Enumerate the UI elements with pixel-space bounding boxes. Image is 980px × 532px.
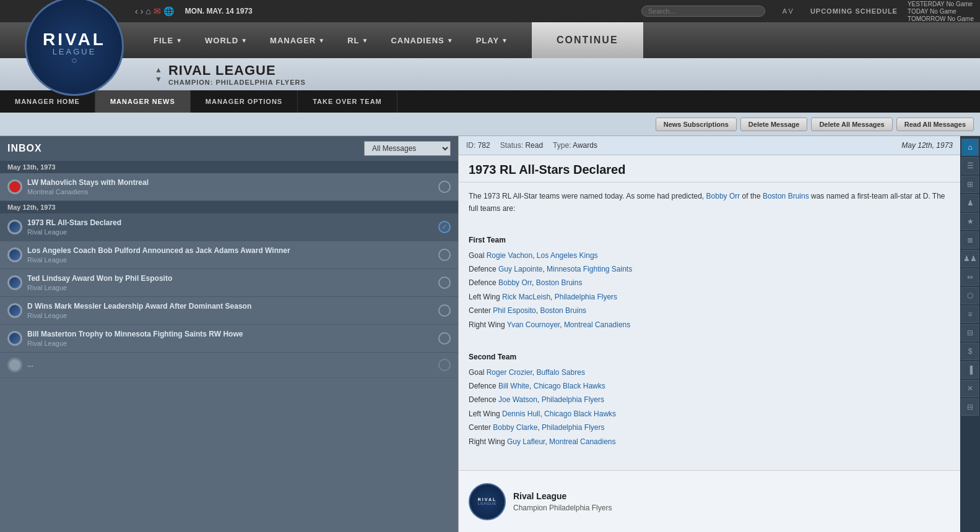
sidebar-person-icon[interactable]: ♟ [961, 194, 979, 212]
msg-check[interactable] [438, 304, 451, 317]
msg-check-selected[interactable] [438, 221, 451, 233]
nav-play[interactable]: PLAY ▼ [465, 22, 519, 58]
msg-title: 1973 RL All-Stars Declared [27, 218, 433, 227]
sidebar-stats-icon[interactable]: ≡ [961, 306, 979, 323]
nav-file[interactable]: FILE ▼ [142, 22, 194, 58]
nav-canadiens[interactable]: CANADIENS ▼ [379, 22, 464, 58]
file-arrow: ▼ [176, 37, 183, 44]
mail-icon-top[interactable]: ✉ [154, 6, 161, 16]
sidebar-list-icon[interactable]: ☰ [961, 157, 979, 174]
subnav-manager-news[interactable]: MANAGER NEWS [95, 90, 191, 113]
bottom-champion: Champion Philadelphia Flyers [513, 504, 612, 512]
sidebar-league-icon[interactable]: ⬡ [961, 287, 979, 304]
search-input[interactable] [641, 6, 765, 17]
st-player-2: Defence Bill White, Chicago Black Hawks [469, 380, 950, 392]
continue-button[interactable]: CONTINUE [532, 22, 643, 58]
msg-content: D Wins Mark Messler Leadership Award Aft… [27, 302, 433, 319]
sidebar-trophy-icon[interactable]: ★ [961, 213, 979, 230]
content-area: INBOX All Messages Unread League News Aw… [0, 136, 980, 532]
league-arrows[interactable]: ▲ ▼ [155, 66, 162, 84]
today-schedule: TODAY No Game [908, 8, 974, 15]
bottom-league-info: Rival League Champion Philadelphia Flyer… [513, 491, 612, 512]
upcoming-schedule-label: UPCOMING SCHEDULE [810, 7, 898, 15]
msg-league-icon-3 [7, 275, 22, 290]
msg-league-icon-2 [7, 247, 22, 262]
detail-date: May 12th, 1973 [901, 141, 953, 150]
msg-subtitle: Rival League [27, 256, 433, 264]
msg-subtitle: Rival League [27, 340, 433, 347]
sidebar-bar-chart-icon[interactable]: ▐ [961, 361, 979, 379]
st-player-5: Center Bobby Clarke, Philadelphia Flyers [469, 421, 950, 434]
sidebar-group-icon[interactable]: ♟♟ [961, 250, 979, 267]
bobby-orr-link[interactable]: Bobby Orr [706, 192, 740, 200]
msg-subtitle: Rival League [27, 284, 433, 291]
league-logo-small: RIVAL LEAGUE [469, 483, 506, 520]
msg-subtitle: Rival League [27, 312, 433, 319]
bottom-league-name: Rival League [513, 491, 612, 501]
ft-player-4: Left Wing Rick MacLeish, Philadelphia Fl… [469, 291, 950, 303]
sidebar-x-icon[interactable]: ✕ [961, 380, 979, 397]
msg-check[interactable] [438, 277, 451, 289]
home-icon-top[interactable]: ⌂ [145, 6, 150, 16]
message-item[interactable]: Los Angeles Coach Bob Pulford Announced … [0, 241, 458, 269]
st-player-3: Defence Joe Watson, Philadelphia Flyers [469, 393, 950, 406]
sidebar-home-icon[interactable]: ⌂ [961, 139, 979, 156]
top-bar: ‹ › ⌂ ✉ 🌐 MON. MAY. 14 1973 A V UPCOMING… [0, 0, 980, 22]
play-arrow: ▼ [501, 37, 508, 44]
sidebar-arrows-icon[interactable]: ⇔ [961, 268, 979, 286]
delete-all-button[interactable]: Delete All Messages [811, 118, 892, 131]
yesterday-schedule: YESTERDAY No Game [908, 1, 974, 7]
msg-content: LW Mahovlich Stays with Montreal Montrea… [27, 178, 433, 195]
msg-title: Los Angeles Coach Bob Pulford Announced … [27, 246, 433, 255]
msg-subtitle: Rival League [27, 228, 433, 236]
logo-circle[interactable]: RIVAL LEAGUE ⬡ [25, 0, 124, 96]
inbox-panel: INBOX All Messages Unread League News Aw… [0, 136, 458, 532]
msg-check[interactable] [438, 181, 451, 193]
sidebar-dollar-icon[interactable]: $ [961, 343, 979, 360]
nav-world[interactable]: WORLD ▼ [194, 22, 259, 58]
date-display: MON. MAY. 14 1973 [185, 7, 253, 15]
manager-arrow: ▼ [318, 37, 325, 44]
st-player-4: Left Wing Dennis Hull, Chicago Black Haw… [469, 408, 950, 420]
ft-player-1: Goal Rogie Vachon, Los Angeles Kings [469, 249, 950, 262]
message-item[interactable]: Bill Masterton Trophy to Minnesota Fight… [0, 325, 458, 353]
second-team-header: Second Team [469, 351, 950, 363]
nav-manager[interactable]: MANAGER ▼ [259, 22, 336, 58]
subnav-take-over-team[interactable]: TAKE OVER TEAM [298, 90, 397, 113]
filter-select[interactable]: All Messages Unread League News Awards T… [364, 141, 451, 156]
subnav-manager-options[interactable]: MANAGER OPTIONS [191, 90, 298, 113]
delete-message-button[interactable]: Delete Message [740, 118, 808, 131]
message-item[interactable]: Ted Lindsay Award Won by Phil Esposito R… [0, 269, 458, 297]
boston-bruins-link[interactable]: Boston Bruins [763, 192, 809, 200]
sidebar-grid-icon[interactable]: ⊞ [961, 176, 979, 193]
date-header-may13: May 13th, 1973 [0, 161, 458, 173]
message-item-selected[interactable]: 1973 RL All-Stars Declared Rival League [0, 213, 458, 241]
globe-icon-top[interactable]: 🌐 [163, 6, 174, 16]
sidebar-players-grid-icon[interactable]: ⊟ [961, 398, 979, 416]
message-item-more[interactable]: ... [0, 353, 458, 378]
sidebar-box-icon[interactable]: ⊟ [961, 324, 979, 341]
league-title: ▲ ▼ RIVAL LEAGUE CHAMPION: PHILADELPHIA … [0, 58, 980, 90]
toolbar: News Subscriptions Delete Message Delete… [0, 113, 980, 136]
bottom-info: RIVAL LEAGUE Rival League Champion Phila… [459, 470, 960, 532]
av-icon: A V [783, 7, 793, 15]
msg-check[interactable] [438, 249, 451, 261]
canadiens-arrow: ▼ [447, 37, 454, 44]
message-item[interactable]: LW Mahovlich Stays with Montreal Montrea… [0, 173, 458, 201]
msg-title: Bill Masterton Trophy to Minnesota Fight… [27, 330, 433, 338]
msg-team-icon [7, 179, 22, 194]
msg-content: Bill Masterton Trophy to Minnesota Fight… [27, 330, 433, 347]
msg-title: LW Mahovlich Stays with Montreal [27, 178, 433, 187]
msg-check[interactable] [438, 332, 451, 345]
league-name: RIVAL LEAGUE [168, 62, 306, 79]
message-item[interactable]: D Wins Mark Messler Leadership Award Aft… [0, 297, 458, 325]
msg-check-more[interactable] [438, 359, 451, 371]
msg-content: 1973 RL All-Stars Declared Rival League [27, 218, 433, 236]
first-team-header: First Team [469, 234, 950, 246]
ft-player-2: Defence Guy Lapointe, Minnesota Fighting… [469, 263, 950, 275]
read-all-button[interactable]: Read All Messages [896, 118, 974, 131]
sidebar-clipboard-icon[interactable]: ≣ [961, 231, 979, 249]
news-subscriptions-button[interactable]: News Subscriptions [656, 118, 737, 131]
nav-rl[interactable]: RL ▼ [336, 22, 379, 58]
detail-intro: The 1973 RL All-Star teams were named to… [469, 190, 950, 215]
